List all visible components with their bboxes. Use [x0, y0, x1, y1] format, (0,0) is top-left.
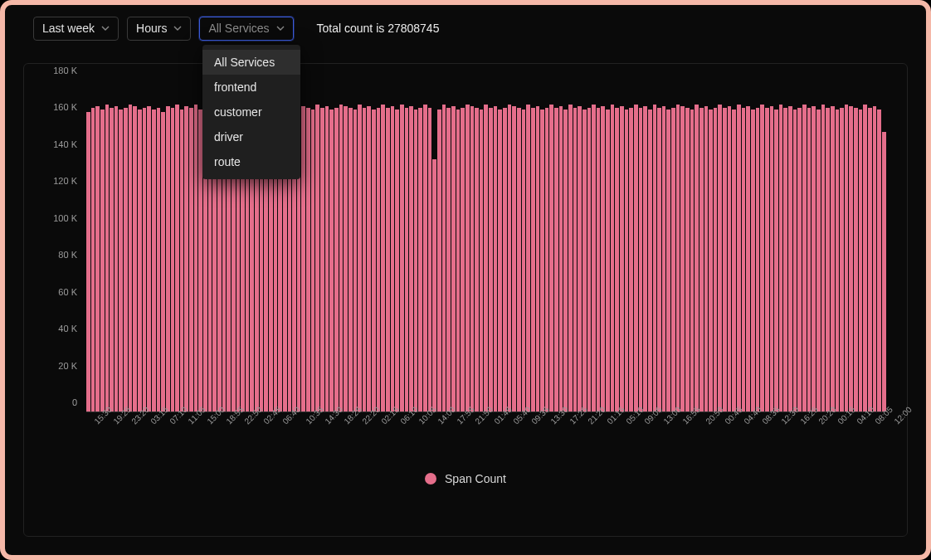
- bar[interactable]: [432, 159, 436, 411]
- bar[interactable]: [587, 108, 592, 411]
- time-range-select[interactable]: Last week: [33, 17, 119, 41]
- bar[interactable]: [662, 106, 666, 411]
- bar[interactable]: [676, 105, 680, 411]
- bar[interactable]: [746, 106, 750, 411]
- bar[interactable]: [779, 105, 783, 411]
- bar[interactable]: [540, 110, 544, 411]
- bar[interactable]: [849, 106, 853, 411]
- bar[interactable]: [816, 110, 821, 411]
- bar[interactable]: [157, 108, 161, 411]
- bar[interactable]: [353, 110, 358, 411]
- bar[interactable]: [91, 108, 95, 411]
- bar[interactable]: [115, 106, 119, 411]
- bar[interactable]: [395, 110, 399, 411]
- bar[interactable]: [634, 105, 638, 411]
- bar[interactable]: [175, 105, 179, 411]
- bar[interactable]: [522, 110, 526, 411]
- dropdown-option[interactable]: route: [202, 149, 300, 174]
- bar[interactable]: [737, 105, 741, 411]
- bar[interactable]: [124, 108, 128, 411]
- bar[interactable]: [363, 108, 367, 411]
- bar[interactable]: [770, 106, 774, 411]
- bar[interactable]: [95, 106, 100, 411]
- bar[interactable]: [129, 105, 133, 411]
- bar[interactable]: [718, 105, 722, 411]
- granularity-select[interactable]: Hours: [127, 17, 191, 41]
- bar[interactable]: [325, 106, 329, 411]
- bar[interactable]: [554, 108, 558, 411]
- bar[interactable]: [301, 106, 305, 411]
- bar[interactable]: [854, 108, 858, 411]
- bar[interactable]: [133, 106, 137, 411]
- bar[interactable]: [339, 105, 344, 411]
- bar[interactable]: [680, 106, 685, 411]
- bar[interactable]: [774, 110, 778, 411]
- bar[interactable]: [657, 108, 661, 411]
- bar[interactable]: [446, 108, 451, 411]
- bar[interactable]: [143, 108, 147, 411]
- bar[interactable]: [349, 108, 353, 411]
- bar[interactable]: [756, 108, 760, 411]
- bar[interactable]: [732, 110, 736, 411]
- bar[interactable]: [423, 105, 427, 411]
- bar[interactable]: [597, 108, 601, 411]
- bar[interactable]: [405, 108, 409, 411]
- bar[interactable]: [545, 108, 549, 411]
- bar[interactable]: [334, 108, 339, 411]
- bar[interactable]: [470, 106, 475, 411]
- bar[interactable]: [329, 110, 334, 411]
- bar[interactable]: [456, 110, 461, 411]
- bar[interactable]: [625, 110, 629, 411]
- bar[interactable]: [391, 106, 395, 411]
- bar[interactable]: [882, 132, 886, 411]
- bar[interactable]: [180, 110, 184, 411]
- bar[interactable]: [671, 108, 675, 411]
- bar[interactable]: [100, 110, 105, 411]
- bar[interactable]: [531, 108, 535, 411]
- bar[interactable]: [152, 110, 156, 411]
- dropdown-option[interactable]: customer: [202, 100, 300, 124]
- bar[interactable]: [568, 105, 573, 411]
- bar[interactable]: [639, 108, 643, 411]
- bar[interactable]: [489, 108, 493, 411]
- bar[interactable]: [648, 110, 652, 411]
- service-select[interactable]: All Services: [199, 17, 293, 41]
- bar[interactable]: [859, 110, 863, 411]
- dropdown-option[interactable]: frontend: [202, 75, 300, 100]
- bar[interactable]: [166, 106, 170, 411]
- bar[interactable]: [666, 110, 670, 411]
- bar[interactable]: [465, 105, 470, 411]
- bar[interactable]: [503, 108, 507, 411]
- bar[interactable]: [409, 106, 413, 411]
- bar[interactable]: [826, 108, 830, 411]
- bar[interactable]: [653, 105, 657, 411]
- bar[interactable]: [788, 106, 792, 411]
- bar[interactable]: [643, 106, 647, 411]
- bar[interactable]: [723, 108, 727, 411]
- bar[interactable]: [437, 110, 441, 411]
- bar[interactable]: [138, 110, 142, 411]
- bar[interactable]: [873, 106, 877, 411]
- bar[interactable]: [194, 105, 198, 411]
- bar[interactable]: [812, 106, 816, 411]
- bar[interactable]: [418, 108, 422, 411]
- bar[interactable]: [877, 110, 881, 411]
- bar[interactable]: [189, 108, 193, 411]
- dropdown-option[interactable]: driver: [202, 124, 300, 149]
- bar[interactable]: [171, 108, 175, 411]
- bar[interactable]: [821, 105, 826, 411]
- bar[interactable]: [709, 110, 713, 411]
- bar[interactable]: [615, 108, 619, 411]
- bar[interactable]: [606, 110, 610, 411]
- bar[interactable]: [695, 105, 699, 411]
- bar[interactable]: [512, 106, 516, 411]
- bar[interactable]: [147, 106, 151, 411]
- bar[interactable]: [742, 108, 746, 411]
- bar[interactable]: [494, 106, 498, 411]
- bar[interactable]: [386, 108, 390, 411]
- bar[interactable]: [367, 106, 371, 411]
- bar[interactable]: [807, 108, 812, 411]
- bar[interactable]: [840, 108, 844, 411]
- dropdown-option[interactable]: All Services: [202, 50, 300, 75]
- bar[interactable]: [601, 106, 605, 411]
